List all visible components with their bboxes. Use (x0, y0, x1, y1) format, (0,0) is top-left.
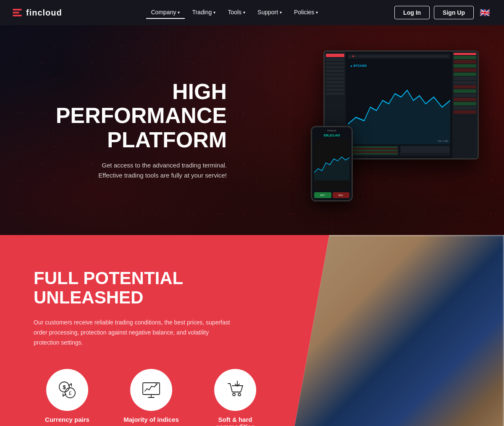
features-section: FULL POTENTIAL UNLEASHED Our customers r… (0, 235, 504, 426)
hero-title: HIGH PERFORMANCE PLATFORM (34, 80, 227, 152)
logo-icon (13, 9, 22, 16)
nav-item-trading[interactable]: Trading ▾ (187, 6, 220, 19)
hero-subtitle-line2: Effective trading tools are fully at you… (98, 172, 227, 179)
nav-item-tools[interactable]: Tools ▾ (223, 6, 250, 19)
section-title-line2: UNLEASHED (34, 287, 143, 307)
hero-section: HIGH PERFORMANCE PLATFORM Get access to … (0, 25, 504, 235)
feature-commodities: Soft & hard commodities Trading solution… (202, 369, 269, 426)
hero-title-line1: HIGH (172, 79, 227, 104)
signup-button[interactable]: Sign Up (434, 6, 474, 19)
chevron-down-icon: ▾ (280, 10, 282, 15)
navbar: fincloud Company ▾ Trading ▾ Tools ▾ Sup… (0, 0, 504, 25)
laptop-main-area: ▲ BTC/USD Vol: 4.2M (346, 52, 452, 158)
hero-subtitle-line1: Get access to the advanced trading termi… (102, 162, 227, 169)
phone-action-buttons: BUY SELL (314, 192, 349, 198)
hero-subtitle: Get access to the advanced trading termi… (34, 160, 227, 180)
handshake-image (286, 235, 504, 426)
section-title: FULL POTENTIAL UNLEASHED (34, 269, 294, 307)
svg-text:£: £ (69, 390, 72, 396)
nav-company-label: Company (151, 9, 176, 16)
nav-tools-label: Tools (228, 9, 242, 16)
handshake-background (286, 235, 504, 426)
nav-support-label: Support (257, 9, 278, 16)
chevron-down-icon: ▾ (243, 10, 245, 15)
chevron-down-icon: ▾ (213, 10, 215, 15)
phone-sell-button: SELL (333, 192, 350, 198)
language-selector[interactable]: 🇬🇧 (478, 6, 491, 19)
phone-buy-button: BUY (314, 192, 331, 198)
phone-chart (314, 139, 349, 191)
currency-exchange-icon: $ $ £ (57, 379, 78, 400)
chart-monitor-icon (141, 379, 162, 400)
currency-pairs-icon-circle: $ $ £ (46, 369, 88, 411)
logo[interactable]: fincloud (13, 8, 62, 18)
svg-point-11 (238, 393, 241, 396)
hero-title-line3: PLATFORM (107, 128, 227, 152)
chevron-down-icon: ▾ (178, 10, 180, 15)
currency-pairs-label: Currency pairs (45, 416, 89, 423)
section-title-line1: FULL POTENTIAL (34, 268, 183, 288)
commodities-icon-circle (214, 369, 256, 411)
svg-text:$: $ (63, 384, 66, 390)
feature-currency-pairs: $ $ £ Currency pairs Discover most trade… (34, 369, 101, 426)
phone-mockup: fincloud $56,221,403 BUY SELL (311, 126, 353, 201)
laptop-right-panel (452, 52, 478, 158)
nav-item-support[interactable]: Support ▾ (252, 6, 287, 19)
login-button[interactable]: Log In (394, 6, 430, 19)
hero-visual: ▲ BTC/USD Vol: 4.2M (302, 50, 479, 210)
feature-indices: Majority of indices The most popular (118, 369, 185, 426)
laptop-chart: ▲ BTC/USD Vol: 4.2M (348, 60, 450, 144)
laptop-topbar (348, 54, 450, 59)
phone-balance: $56,221,403 (314, 134, 349, 137)
nav-policies-label: Policies (294, 9, 314, 16)
section-description: Our customers receive reliable trading c… (34, 318, 235, 348)
section-content: FULL POTENTIAL UNLEASHED Our customers r… (0, 235, 294, 426)
cart-download-icon (225, 379, 246, 400)
svg-marker-0 (348, 90, 450, 144)
nav-item-policies[interactable]: Policies ▾ (289, 6, 323, 19)
svg-point-10 (233, 393, 235, 396)
chevron-down-icon: ▾ (316, 10, 318, 15)
logo-text: fincloud (26, 8, 62, 18)
hero-content: HIGH PERFORMANCE PLATFORM Get access to … (0, 80, 244, 180)
hero-title-line2: PERFORMANCE (56, 103, 227, 128)
features-row: $ $ £ Currency pairs Discover most trade… (34, 369, 294, 426)
nav-trading-label: Trading (192, 9, 212, 16)
svg-rect-7 (143, 383, 160, 395)
phone-screen: fincloud $56,221,403 BUY SELL (312, 127, 352, 200)
nav-links: Company ▾ Trading ▾ Tools ▾ Support ▾ Po… (83, 6, 386, 19)
nav-item-company[interactable]: Company ▾ (146, 6, 185, 19)
indices-icon-circle (130, 369, 172, 411)
commodities-label: Soft & hard commodities (202, 416, 269, 426)
nav-actions: Log In Sign Up 🇬🇧 (394, 6, 491, 19)
indices-label: Majority of indices (123, 416, 179, 423)
svg-marker-1 (314, 157, 349, 180)
